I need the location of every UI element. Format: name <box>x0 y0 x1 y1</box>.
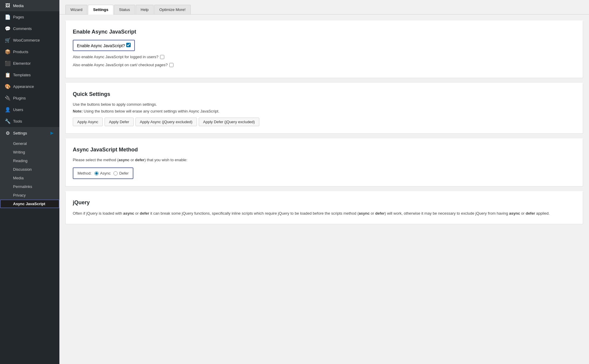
sidebar-item-elementor[interactable]: ⬛ Elementor <box>0 58 59 69</box>
content-area: Enable Async JavaScript Enable Async Jav… <box>59 15 589 230</box>
settings-submenu: General Writing Reading Discussion Media… <box>0 139 59 208</box>
sidebar: 🖼 Media 📄 Pages 💬 Comments 🛒 WooCommerce… <box>0 0 59 364</box>
main-content: Wizard Settings Status Help Optimize Mor… <box>59 0 589 364</box>
jquery-defer-3: defer <box>140 211 149 216</box>
apply-defer-jquery-btn[interactable]: Apply Defer (jQuery excluded) <box>199 118 259 126</box>
jquery-text-0: Often if jQuery is loaded with <box>73 211 123 216</box>
cart-checkbox[interactable] <box>169 63 173 67</box>
products-icon: 📦 <box>5 49 11 55</box>
enable-async-highlight-box: Enable Async JavaScript? <box>73 40 135 51</box>
sidebar-subitem-writing[interactable]: Writing <box>0 148 59 156</box>
sidebar-subitem-general[interactable]: General <box>0 139 59 148</box>
users-icon: 👤 <box>5 107 11 113</box>
tab-wizard[interactable]: Wizard <box>65 5 87 14</box>
jquery-text-8: ) will work, otherwise it may be necessa… <box>385 211 509 216</box>
logged-in-row: Also enable Async JavaScript for logged … <box>73 55 576 59</box>
jquery-title: jQuery <box>73 200 576 206</box>
tab-status[interactable]: Status <box>114 5 135 14</box>
sidebar-subitem-permalinks[interactable]: Permalinks <box>0 182 59 191</box>
method-async-radio[interactable] <box>94 171 99 175</box>
appearance-icon: 🎨 <box>5 84 11 89</box>
sidebar-subitem-media[interactable]: Media <box>0 174 59 182</box>
method-highlight-box: Method: Async Defer <box>73 167 133 179</box>
jquery-async-5: async <box>359 211 370 216</box>
method-label: Method: <box>78 171 91 175</box>
sidebar-item-users[interactable]: 👤 Users <box>0 104 59 115</box>
elementor-icon: ⬛ <box>5 61 11 66</box>
quick-settings-buttons: Apply Async Apply Defer Apply Async (jQu… <box>73 118 576 126</box>
comments-icon: 💬 <box>5 26 11 31</box>
media-icon: 🖼 <box>5 3 11 8</box>
jquery-text-2: or <box>134 211 140 216</box>
sidebar-item-woocommerce[interactable]: 🛒 WooCommerce <box>0 34 59 46</box>
quick-settings-description: Use the buttons below to apply common se… <box>73 102 576 107</box>
tab-settings[interactable]: Settings <box>88 5 113 15</box>
cart-label[interactable]: Also enable Async JavaScript on cart/ ch… <box>73 63 173 67</box>
tab-help[interactable]: Help <box>136 5 154 14</box>
pages-icon: 📄 <box>5 14 11 20</box>
sidebar-item-comments[interactable]: 💬 Comments <box>0 23 59 34</box>
jquery-panel: jQuery Often if jQuery is loaded with as… <box>65 191 583 224</box>
sidebar-item-pages[interactable]: 📄 Pages <box>0 11 59 23</box>
tools-icon: 🔧 <box>5 118 11 124</box>
logged-in-checkbox[interactable] <box>160 55 164 59</box>
note-bold: Note: <box>73 109 83 113</box>
sidebar-item-tools[interactable]: 🔧 Tools <box>0 115 59 127</box>
apply-async-btn[interactable]: Apply Async <box>73 118 103 126</box>
woocommerce-icon: 🛒 <box>5 37 11 43</box>
sidebar-item-appearance[interactable]: 🎨 Appearance <box>0 81 59 92</box>
cart-row: Also enable Async JavaScript on cart/ ch… <box>73 63 576 67</box>
async-method-title: Async JavaScript Method <box>73 147 576 153</box>
method-defer-radio[interactable] <box>113 171 118 175</box>
sidebar-item-settings[interactable]: ⚙ Settings ► <box>0 127 59 139</box>
plugins-icon: 🔌 <box>5 95 11 101</box>
quick-settings-note: Note: Using the buttons below will erase… <box>73 109 576 113</box>
jquery-defer-7: defer <box>375 211 385 216</box>
enable-async-checkbox[interactable] <box>126 43 131 47</box>
enable-async-panel: Enable Async JavaScript Enable Async Jav… <box>65 20 583 78</box>
jquery-defer-11: defer <box>526 211 535 216</box>
sidebar-subitem-reading[interactable]: Reading <box>0 156 59 165</box>
jquery-async-1: async <box>123 211 134 216</box>
sidebar-subitem-async-javascript[interactable]: Async JavaScript <box>0 200 59 208</box>
apply-async-jquery-btn[interactable]: Apply Async (jQuery excluded) <box>135 118 197 126</box>
async-method-description: Please select the method (async or defer… <box>73 158 576 162</box>
sidebar-subitem-discussion[interactable]: Discussion <box>0 165 59 174</box>
method-defer-label[interactable]: Defer <box>113 171 129 175</box>
jquery-async-9: async <box>509 211 520 216</box>
enable-async-label[interactable]: Enable Async JavaScript? <box>77 43 131 48</box>
settings-arrow-icon: ► <box>49 130 55 136</box>
sidebar-item-plugins[interactable]: 🔌 Plugins <box>0 92 59 104</box>
enable-async-title: Enable Async JavaScript <box>73 29 576 35</box>
settings-icon: ⚙ <box>5 130 11 136</box>
method-async-label[interactable]: Async <box>94 171 110 175</box>
jquery-text-10: or <box>520 211 526 216</box>
quick-settings-title: Quick Settings <box>73 91 576 97</box>
jquery-text-12: applied. <box>535 211 549 216</box>
jquery-text-4: it can break some jQuery functions, spec… <box>149 211 359 216</box>
jquery-description: Often if jQuery is loaded with async or … <box>73 211 576 217</box>
apply-defer-btn[interactable]: Apply Defer <box>105 118 134 126</box>
tabs-bar: Wizard Settings Status Help Optimize Mor… <box>59 0 589 15</box>
templates-icon: 📋 <box>5 72 11 78</box>
sidebar-item-products[interactable]: 📦 Products <box>0 46 59 58</box>
sidebar-subitem-privacy[interactable]: Privacy <box>0 191 59 200</box>
logged-in-label[interactable]: Also enable Async JavaScript for logged … <box>73 55 164 59</box>
quick-settings-panel: Quick Settings Use the buttons below to … <box>65 83 583 134</box>
jquery-text-6: or <box>369 211 375 216</box>
async-method-panel: Async JavaScript Method Please select th… <box>65 138 583 186</box>
sidebar-item-media[interactable]: 🖼 Media <box>0 0 59 11</box>
tab-optimize[interactable]: Optimize More! <box>154 5 190 14</box>
note-text: Using the buttons below will erase any c… <box>84 109 220 113</box>
sidebar-item-templates[interactable]: 📋 Templates <box>0 69 59 81</box>
